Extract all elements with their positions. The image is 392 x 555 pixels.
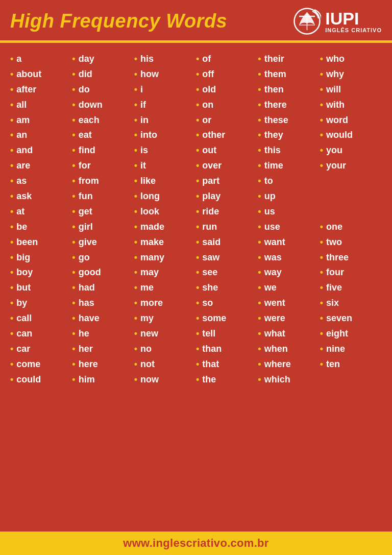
bullet: • [196,281,199,295]
list-item: •be [10,220,72,234]
bullet: • [10,220,13,234]
list-item: •look [134,205,196,219]
footer-url: www.inglescriativo.com.br [10,537,382,550]
list-item: •said [196,235,258,250]
word-column-1: •a•about•after•all•am•an•and•are•as•ask•… [10,52,72,387]
list-item [320,174,382,188]
bullet: • [72,220,75,234]
header: High Frequency Words IUPI INGLÊS CRIATIV… [0,0,392,43]
list-item: •three [320,251,382,265]
list-item: •where [258,357,320,372]
word-text: are [16,159,30,173]
word-text: then [264,83,284,97]
word-text: i [140,83,143,97]
word-text: they [264,128,283,142]
list-item: •his [134,52,196,66]
bullet: • [258,235,261,250]
word-text: from [79,174,99,188]
bullet: • [10,52,13,66]
bullet: • [72,266,75,280]
bullet: • [10,128,13,142]
bullet: • [10,373,13,387]
bullet: • [134,98,137,112]
bullet: • [258,251,261,265]
word-text: big [16,251,30,265]
page-title: High Frequency Words [10,10,227,32]
word-text: an [16,128,27,142]
bullet: • [10,113,13,128]
bullet: • [258,266,261,280]
list-item: •that [196,357,258,372]
word-text: with [326,98,345,112]
list-item: •good [72,266,134,280]
word-text: good [79,266,101,280]
word-text: play [202,189,220,204]
list-item: •down [72,98,134,112]
logo-iupi-text: IUPI [325,10,359,27]
word-column-2: •day•did•do•down•each•eat•find•for•from•… [72,52,134,387]
word-text: it [140,159,146,173]
logo-subtitle: INGLÊS CRIATIVO [325,27,382,33]
bullet: • [72,174,75,188]
list-item: •which [258,373,320,387]
word-text: not [140,357,155,372]
list-item: •is [134,143,196,158]
word-text: them [264,67,286,82]
list-item: •or [196,113,258,128]
bullet: • [196,67,199,82]
word-text: want [264,235,285,250]
bullet: • [72,128,75,142]
word-text: me [140,281,154,295]
word-text: who [326,52,345,66]
list-item: •now [134,373,196,387]
word-text: girl [79,220,93,234]
bullet: • [134,159,137,173]
list-item: •to [258,174,320,188]
list-item: •long [134,189,196,204]
bullet: • [72,342,75,356]
bullet: • [320,143,323,158]
list-item: •could [10,373,72,387]
bullet: • [320,98,323,112]
bullet: • [196,189,199,204]
list-item: •four [320,266,382,280]
bullet: • [10,67,13,82]
word-text: will [326,83,341,97]
word-text: had [79,281,95,295]
list-item: •has [72,296,134,310]
word-text: there [264,98,287,112]
word-text: here [79,357,98,372]
list-item: •more [134,296,196,310]
word-text: ask [16,189,32,204]
list-item: •why [320,67,382,82]
bullet: • [10,174,13,188]
list-item: •been [10,235,72,250]
word-text: eat [79,128,92,142]
word-text: see [202,266,217,280]
list-item: •eight [320,327,382,341]
word-text: on [202,98,213,112]
list-item: •get [72,205,134,219]
word-text: for [79,159,91,173]
word-text: or [202,113,211,128]
word-text: three [326,251,349,265]
bullet: • [258,52,261,66]
word-text: as [16,174,27,188]
list-item: •would [320,128,382,142]
word-text: him [79,373,95,387]
word-text: at [16,205,24,219]
word-text: get [79,205,92,219]
bullet: • [320,113,323,128]
list-item [320,205,382,219]
word-text: long [140,189,160,204]
word-text: went [264,296,285,310]
bullet: • [196,159,199,173]
list-item: •my [134,311,196,326]
bullet: • [10,205,13,219]
list-item: •then [258,83,320,97]
list-item: •but [10,281,72,295]
bullet: • [258,83,261,97]
list-item: •each [72,113,134,128]
list-item: •run [196,220,258,234]
bullet: • [320,251,323,265]
